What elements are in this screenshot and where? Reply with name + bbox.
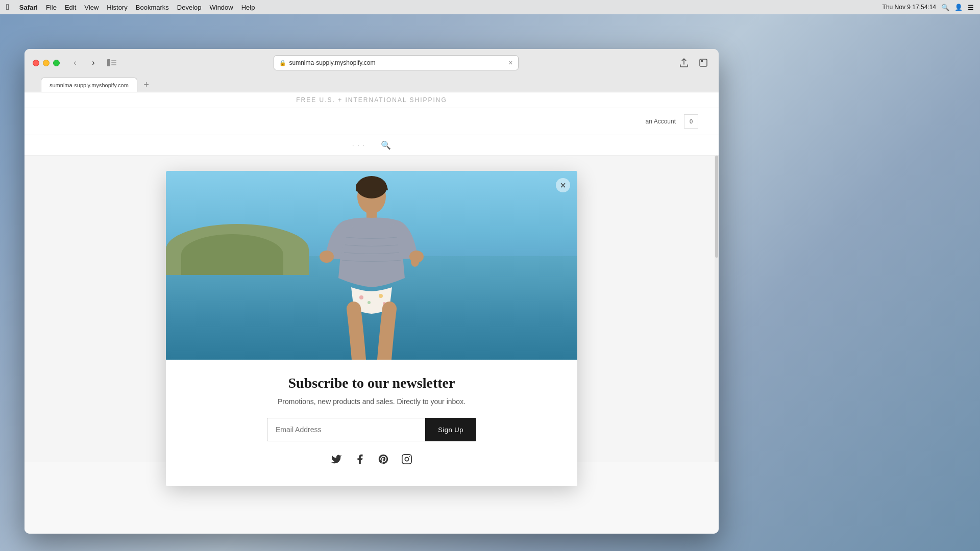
svg-rect-16	[402, 455, 411, 464]
site-banner: FREE U.S. + INTERNATIONAL SHIPPING	[24, 92, 719, 108]
apple-menu[interactable]: 	[6, 3, 9, 12]
site-nav: · · · 🔍	[24, 135, 719, 156]
modal-hero-image: ×	[166, 171, 577, 360]
lock-icon: 🔒	[279, 60, 286, 66]
site-search-icon[interactable]: 🔍	[381, 140, 391, 150]
svg-rect-1	[111, 60, 116, 61]
header-right: an Account 0	[646, 114, 698, 129]
modal-title: Subscribe to our newsletter	[186, 375, 557, 391]
safari-nav: ‹ ›	[68, 56, 119, 70]
svg-point-9	[359, 295, 363, 299]
minimize-button[interactable]	[43, 60, 50, 66]
menu-history[interactable]: History	[107, 4, 127, 11]
close-icon: ×	[560, 180, 566, 191]
menu-bar-right: Thu Nov 9 17:54:14 🔍 👤 ☰	[883, 4, 974, 11]
desktop: ‹ › 🔒 sumnima-supp	[0, 14, 980, 551]
email-input[interactable]	[267, 418, 425, 441]
svg-point-10	[368, 301, 371, 304]
svg-rect-3	[111, 64, 116, 65]
sidebar-toggle-button[interactable]	[105, 56, 119, 70]
account-text: an Account	[646, 118, 676, 125]
account-link[interactable]: an Account	[646, 118, 676, 125]
tab-bar: sumnima-supply.myshopify.com +	[33, 74, 710, 92]
close-button[interactable]	[33, 60, 39, 66]
search-icon[interactable]: 🔍	[941, 4, 949, 11]
signup-button[interactable]: Sign Up	[425, 418, 476, 441]
modal-body: Subscribe to our newsletter Promotions, …	[166, 360, 577, 486]
signup-label: Sign Up	[438, 426, 463, 434]
facebook-icon[interactable]	[354, 454, 365, 468]
modal-close-button[interactable]: ×	[556, 178, 570, 192]
safari-window: ‹ › 🔒 sumnima-supp	[24, 49, 719, 534]
menu-view[interactable]: View	[84, 4, 99, 11]
share-button[interactable]	[677, 56, 691, 70]
svg-point-13	[320, 251, 334, 263]
toolbar-right	[677, 56, 710, 70]
url-text: sumnima-supply.myshopify.com	[289, 59, 376, 66]
new-tab-button[interactable]: +	[139, 78, 154, 92]
svg-point-15	[411, 257, 419, 267]
menu-help[interactable]: Help	[241, 4, 255, 11]
hill-2	[181, 234, 283, 275]
nav-placeholder: · · ·	[352, 142, 365, 148]
newsletter-form: Sign Up	[186, 418, 557, 441]
clock: Thu Nov 9 17:54:14	[883, 4, 936, 11]
social-icons	[186, 454, 557, 468]
forward-button[interactable]: ›	[86, 56, 101, 70]
menu-edit[interactable]: Edit	[65, 4, 76, 11]
address-bar[interactable]: 🔒 sumnima-supply.myshopify.com ×	[274, 55, 519, 70]
site-header: an Account 0	[24, 108, 719, 135]
menu-bookmarks[interactable]: Bookmarks	[136, 4, 169, 11]
menu-safari[interactable]: Safari	[19, 4, 38, 11]
cart-button[interactable]: 0	[684, 114, 698, 129]
site-content: FREE U.S. + INTERNATIONAL SHIPPING an Ac…	[24, 92, 719, 534]
svg-rect-5	[701, 60, 703, 62]
back-button[interactable]: ‹	[68, 56, 82, 70]
svg-rect-2	[111, 62, 116, 63]
svg-rect-4	[700, 59, 707, 66]
modal-overlay[interactable]: × Subscribe to our newsletter Promotions…	[24, 156, 719, 462]
svg-rect-0	[107, 59, 110, 66]
menu-develop[interactable]: Develop	[177, 4, 202, 11]
menu-bar:  Safari File Edit View History Bookmark…	[0, 0, 980, 14]
maximize-button[interactable]	[53, 60, 60, 66]
twitter-icon[interactable]	[331, 454, 342, 468]
main-content: × Subscribe to our newsletter Promotions…	[24, 156, 719, 462]
menu-extra-icon[interactable]: ☰	[968, 4, 974, 11]
svg-point-18	[409, 456, 410, 457]
user-icon[interactable]: 👤	[954, 4, 963, 11]
menu-window[interactable]: Window	[209, 4, 233, 11]
svg-point-11	[379, 294, 383, 298]
add-tab-display-button[interactable]	[696, 56, 710, 70]
safari-chrome: ‹ › 🔒 sumnima-supp	[24, 49, 719, 92]
address-bar-container: 🔒 sumnima-supply.myshopify.com ×	[127, 55, 665, 70]
cart-count: 0	[690, 118, 693, 124]
instagram-icon[interactable]	[401, 454, 412, 468]
banner-text: FREE U.S. + INTERNATIONAL SHIPPING	[296, 96, 447, 104]
tab-label: sumnima-supply.myshopify.com	[50, 82, 129, 88]
clear-url-button[interactable]: ×	[508, 59, 512, 67]
pinterest-icon[interactable]	[378, 454, 389, 468]
hills-decoration	[166, 214, 319, 275]
newsletter-modal: × Subscribe to our newsletter Promotions…	[166, 171, 577, 486]
active-tab[interactable]: sumnima-supply.myshopify.com	[41, 78, 137, 92]
svg-point-17	[405, 457, 408, 461]
model-figure	[300, 176, 443, 360]
menu-file[interactable]: File	[46, 4, 57, 11]
modal-subtitle: Promotions, new products and sales. Dire…	[186, 397, 557, 406]
